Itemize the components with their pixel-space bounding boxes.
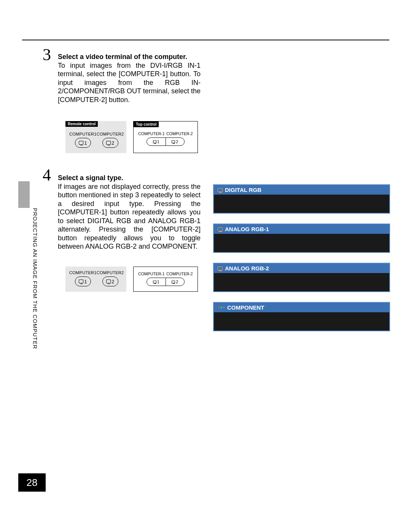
computer1-button: 1 bbox=[75, 138, 91, 148]
page-number: 28 bbox=[18, 473, 46, 492]
step-3-body: To input images from the DVI-I/RGB IN-1 … bbox=[58, 61, 201, 104]
monitor-icon bbox=[218, 188, 223, 192]
pill-2-text: 2 bbox=[176, 139, 178, 144]
computer2-button: 2 bbox=[102, 138, 118, 148]
top-computer1-label: COMPUTER-1 bbox=[138, 131, 164, 136]
computer1-label: COMPUTER1 bbox=[69, 132, 97, 136]
step-4-number: 4 bbox=[43, 165, 51, 185]
horizontal-rule bbox=[22, 40, 389, 40]
monitor-icon bbox=[153, 281, 156, 283]
step-4-title: Select a signal type. bbox=[58, 174, 201, 182]
monitor-icon bbox=[106, 141, 111, 145]
signal-label: COMPONENT bbox=[227, 304, 264, 311]
top-computer1-label: COMPUTER-1 bbox=[138, 272, 164, 276]
signal-digital-rgb: DIGITAL RGB bbox=[213, 184, 390, 214]
component-icon bbox=[218, 307, 225, 308]
monitor-icon bbox=[218, 267, 223, 270]
monitor-icon bbox=[106, 280, 111, 283]
section-tab-marker bbox=[18, 181, 30, 208]
signal-label: ANALOG RGB-1 bbox=[225, 226, 269, 232]
button-1-text: 1 bbox=[84, 279, 87, 284]
computer1-label: COMPUTER1 bbox=[69, 270, 97, 275]
top-control-box: COMPUTER-1 COMPUTER-2 1 2 bbox=[133, 267, 198, 292]
monitor-icon bbox=[172, 281, 175, 283]
step-4-body: If images are not displayed correctly, p… bbox=[58, 182, 201, 251]
top-control-box: Top control COMPUTER-1 COMPUTER-2 1 2 bbox=[133, 121, 198, 153]
computer1-button: 1 bbox=[75, 276, 91, 286]
signal-component: COMPONENT bbox=[213, 302, 390, 331]
signal-analog-rgb-1: ANALOG RGB-1 bbox=[213, 224, 390, 253]
step-3-number: 3 bbox=[43, 45, 51, 64]
top-control-pill: 1 2 bbox=[147, 278, 185, 286]
remote-control-label: Remote control bbox=[65, 121, 98, 127]
top-computer2-label: COMPUTER-2 bbox=[166, 131, 193, 136]
monitor-icon bbox=[172, 141, 175, 143]
button-2-text: 2 bbox=[112, 140, 114, 146]
signal-label: ANALOG RGB-2 bbox=[225, 265, 269, 272]
monitor-icon bbox=[79, 141, 83, 145]
top-computer2-label: COMPUTER-2 bbox=[166, 272, 193, 276]
monitor-icon bbox=[218, 227, 223, 231]
signal-label: DIGITAL RGB bbox=[225, 187, 261, 193]
top-control-pill: 1 2 bbox=[147, 137, 185, 146]
step-3-title: Select a video terminal of the computer. bbox=[58, 53, 201, 61]
section-side-label: PROJECTING AN IMAGE FROM THE COMPUTER bbox=[32, 208, 38, 349]
pill-2-text: 2 bbox=[176, 280, 178, 284]
monitor-icon bbox=[79, 280, 83, 283]
remote-control-box: COMPUTER1 1 COMPUTER2 2 bbox=[65, 267, 126, 292]
computer2-button: 2 bbox=[102, 276, 118, 286]
computer2-label: COMPUTER2 bbox=[97, 132, 124, 136]
remote-control-box: Remote control COMPUTER1 1 COMPUTER2 2 bbox=[65, 121, 126, 153]
button-2-text: 2 bbox=[112, 279, 114, 284]
step-3-control-illustration: Remote control COMPUTER1 1 COMPUTER2 2 T… bbox=[65, 121, 198, 153]
button-1-text: 1 bbox=[84, 140, 87, 146]
signal-type-list: DIGITAL RGB ANALOG RGB-1 ANALOG RGB-2 CO… bbox=[213, 184, 390, 331]
step-3-content: Select a video terminal of the computer.… bbox=[58, 53, 201, 104]
top-control-label: Top control bbox=[134, 121, 159, 127]
step-4-control-illustration: COMPUTER1 1 COMPUTER2 2 COMPUTER-1 COMPU… bbox=[65, 267, 198, 292]
pill-1-text: 1 bbox=[157, 280, 159, 284]
computer2-label: COMPUTER2 bbox=[97, 270, 124, 275]
signal-analog-rgb-2: ANALOG RGB-2 bbox=[213, 263, 390, 292]
step-4-content: Select a signal type. If images are not … bbox=[58, 174, 201, 251]
monitor-icon bbox=[153, 141, 156, 143]
pill-1-text: 1 bbox=[157, 139, 159, 144]
